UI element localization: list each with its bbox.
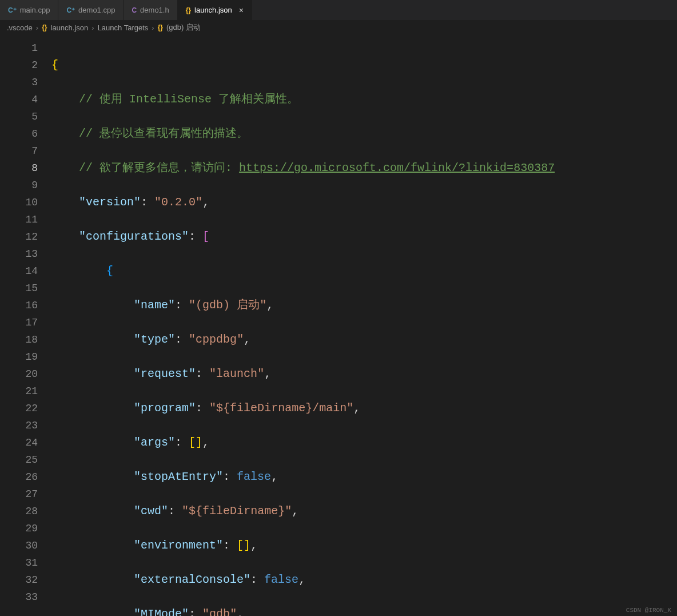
docs-link[interactable]: https://go.microsoft.com/fwlink/?linkid=… xyxy=(239,161,555,174)
breadcrumb-item[interactable]: .vscode xyxy=(7,23,33,32)
breadcrumb-item[interactable]: Launch Targets xyxy=(98,23,149,32)
line-number-gutter: 1234567891011121314151617181920212223242… xyxy=(0,35,51,616)
tab-label: main.cpp xyxy=(20,6,50,14)
breadcrumb[interactable]: .vscode › {} launch.json › Launch Target… xyxy=(0,20,677,35)
code-editor[interactable]: 1234567891011121314151617181920212223242… xyxy=(0,35,677,616)
chevron-right-icon: › xyxy=(91,23,94,32)
tab-demo1-cpp[interactable]: C⁺ demo1.cpp xyxy=(58,0,124,20)
tab-main-cpp[interactable]: C⁺ main.cpp xyxy=(0,0,58,20)
breadcrumb-item[interactable]: (gdb) 启动 xyxy=(166,22,201,33)
code-content[interactable]: { // 使用 IntelliSense 了解相关属性。 // 悬停以查看现有属… xyxy=(51,35,677,616)
cpp-icon: C⁺ xyxy=(66,6,75,14)
json-icon: {} xyxy=(186,6,191,14)
watermark: CSDN @IRON_K xyxy=(626,607,671,614)
close-icon[interactable]: × xyxy=(239,6,244,15)
chevron-right-icon: › xyxy=(36,23,38,32)
json-icon: {} xyxy=(158,23,163,31)
tab-label: demo1.cpp xyxy=(78,6,115,14)
cpp-icon: C⁺ xyxy=(8,6,17,14)
tab-demo1-h[interactable]: C demo1.h xyxy=(124,0,177,20)
tab-label: launch.json xyxy=(194,6,232,14)
tab-label: demo1.h xyxy=(140,6,169,14)
json-icon: {} xyxy=(42,23,47,31)
tab-launch-json[interactable]: {} launch.json × xyxy=(178,0,252,20)
editor-tab-bar: C⁺ main.cpp C⁺ demo1.cpp C demo1.h {} la… xyxy=(0,0,677,20)
breadcrumb-item[interactable]: launch.json xyxy=(51,23,89,32)
chevron-right-icon: › xyxy=(152,23,154,32)
c-icon: C xyxy=(132,6,137,14)
